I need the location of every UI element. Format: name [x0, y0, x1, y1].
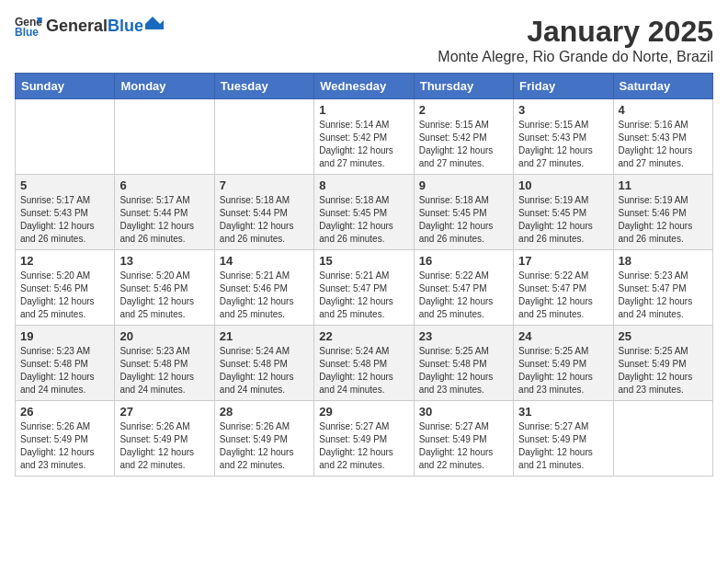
day-info: Sunrise: 5:17 AMSunset: 5:43 PMDaylight:… [20, 194, 109, 246]
calendar-empty-cell [16, 99, 115, 175]
calendar-day-16: 16Sunrise: 5:22 AMSunset: 5:47 PMDayligh… [414, 250, 513, 326]
calendar-day-3: 3Sunrise: 5:15 AMSunset: 5:43 PMDaylight… [514, 99, 613, 175]
day-info: Sunrise: 5:18 AMSunset: 5:45 PMDaylight:… [419, 194, 508, 246]
calendar-day-28: 28Sunrise: 5:26 AMSunset: 5:49 PMDayligh… [214, 401, 313, 477]
calendar-day-2: 2Sunrise: 5:15 AMSunset: 5:42 PMDaylight… [414, 99, 513, 175]
calendar-day-31: 31Sunrise: 5:27 AMSunset: 5:49 PMDayligh… [514, 401, 613, 477]
day-info: Sunrise: 5:27 AMSunset: 5:49 PMDaylight:… [319, 420, 408, 472]
day-number: 4 [619, 103, 708, 117]
logo-icon: General Blue [15, 15, 42, 37]
day-number: 27 [119, 405, 209, 419]
day-number: 29 [319, 405, 408, 419]
day-number: 13 [119, 254, 209, 268]
day-number: 30 [419, 405, 508, 419]
svg-text:Blue: Blue [15, 26, 39, 38]
day-info: Sunrise: 5:14 AMSunset: 5:42 PMDaylight:… [319, 119, 408, 170]
svg-marker-4 [145, 17, 164, 29]
calendar-table: SundayMondayTuesdayWednesdayThursdayFrid… [15, 73, 713, 477]
calendar-day-26: 26Sunrise: 5:26 AMSunset: 5:49 PMDayligh… [16, 401, 115, 477]
day-info: Sunrise: 5:23 AMSunset: 5:47 PMDaylight:… [619, 270, 708, 321]
day-number: 10 [518, 178, 608, 192]
calendar-day-21: 21Sunrise: 5:24 AMSunset: 5:48 PMDayligh… [214, 326, 313, 401]
calendar-empty-cell [613, 401, 712, 477]
calendar-day-23: 23Sunrise: 5:25 AMSunset: 5:48 PMDayligh… [414, 326, 513, 401]
calendar-day-20: 20Sunrise: 5:23 AMSunset: 5:48 PMDayligh… [115, 326, 214, 401]
calendar-day-17: 17Sunrise: 5:22 AMSunset: 5:47 PMDayligh… [514, 250, 613, 326]
day-number: 26 [20, 405, 109, 419]
calendar-day-29: 29Sunrise: 5:27 AMSunset: 5:49 PMDayligh… [314, 401, 414, 477]
logo-blue: Blue [108, 17, 143, 36]
day-info: Sunrise: 5:20 AMSunset: 5:46 PMDaylight:… [119, 270, 209, 321]
day-number: 25 [619, 329, 708, 343]
day-number: 23 [419, 329, 508, 343]
day-info: Sunrise: 5:25 AMSunset: 5:49 PMDaylight:… [518, 345, 608, 396]
day-info: Sunrise: 5:24 AMSunset: 5:48 PMDaylight:… [220, 345, 309, 396]
day-info: Sunrise: 5:26 AMSunset: 5:49 PMDaylight:… [119, 420, 209, 472]
calendar-day-1: 1Sunrise: 5:14 AMSunset: 5:42 PMDaylight… [314, 99, 414, 175]
day-info: Sunrise: 5:25 AMSunset: 5:48 PMDaylight:… [419, 345, 508, 396]
logo-wave-icon [145, 17, 164, 31]
calendar-week-3: 12Sunrise: 5:20 AMSunset: 5:46 PMDayligh… [16, 250, 713, 326]
day-info: Sunrise: 5:21 AMSunset: 5:46 PMDaylight:… [220, 270, 309, 321]
day-info: Sunrise: 5:21 AMSunset: 5:47 PMDaylight:… [319, 270, 408, 321]
calendar-day-30: 30Sunrise: 5:27 AMSunset: 5:49 PMDayligh… [414, 401, 513, 477]
calendar-day-7: 7Sunrise: 5:18 AMSunset: 5:44 PMDaylight… [214, 175, 313, 250]
day-number: 21 [220, 329, 309, 343]
logo-general: General [46, 17, 108, 36]
day-number: 16 [419, 254, 508, 268]
day-number: 20 [119, 329, 209, 343]
day-info: Sunrise: 5:27 AMSunset: 5:49 PMDaylight:… [518, 420, 608, 472]
calendar-day-13: 13Sunrise: 5:20 AMSunset: 5:46 PMDayligh… [115, 250, 214, 326]
day-info: Sunrise: 5:23 AMSunset: 5:48 PMDaylight:… [20, 345, 109, 396]
day-number: 24 [518, 329, 608, 343]
calendar-title: January 2025 [438, 15, 713, 49]
title-section: January 2025 Monte Alegre, Rio Grande do… [438, 15, 713, 65]
day-number: 3 [518, 103, 608, 117]
day-number: 28 [220, 405, 309, 419]
day-info: Sunrise: 5:19 AMSunset: 5:46 PMDaylight:… [619, 194, 708, 246]
calendar-week-5: 26Sunrise: 5:26 AMSunset: 5:49 PMDayligh… [16, 401, 713, 477]
calendar-day-5: 5Sunrise: 5:17 AMSunset: 5:43 PMDaylight… [16, 175, 115, 250]
day-info: Sunrise: 5:26 AMSunset: 5:49 PMDaylight:… [220, 420, 309, 472]
day-info: Sunrise: 5:15 AMSunset: 5:43 PMDaylight:… [518, 119, 608, 170]
calendar-day-15: 15Sunrise: 5:21 AMSunset: 5:47 PMDayligh… [314, 250, 414, 326]
calendar-day-4: 4Sunrise: 5:16 AMSunset: 5:43 PMDaylight… [613, 99, 712, 175]
calendar-week-1: 1Sunrise: 5:14 AMSunset: 5:42 PMDaylight… [16, 99, 713, 175]
calendar-empty-cell [115, 99, 214, 175]
weekday-header-wednesday: Wednesday [314, 74, 414, 99]
calendar-day-10: 10Sunrise: 5:19 AMSunset: 5:45 PMDayligh… [514, 175, 613, 250]
weekday-header-saturday: Saturday [613, 74, 712, 99]
weekday-header-sunday: Sunday [16, 74, 115, 99]
calendar-day-11: 11Sunrise: 5:19 AMSunset: 5:46 PMDayligh… [613, 175, 712, 250]
calendar-day-14: 14Sunrise: 5:21 AMSunset: 5:46 PMDayligh… [214, 250, 313, 326]
day-info: Sunrise: 5:24 AMSunset: 5:48 PMDaylight:… [319, 345, 408, 396]
weekday-header-friday: Friday [514, 74, 613, 99]
day-number: 22 [319, 329, 408, 343]
day-info: Sunrise: 5:15 AMSunset: 5:42 PMDaylight:… [419, 119, 508, 170]
day-number: 2 [419, 103, 508, 117]
day-number: 11 [619, 178, 708, 192]
day-number: 15 [319, 254, 408, 268]
day-info: Sunrise: 5:22 AMSunset: 5:47 PMDaylight:… [518, 270, 608, 321]
day-number: 9 [419, 178, 508, 192]
day-info: Sunrise: 5:22 AMSunset: 5:47 PMDaylight:… [419, 270, 508, 321]
calendar-day-25: 25Sunrise: 5:25 AMSunset: 5:49 PMDayligh… [613, 326, 712, 401]
page-header: General Blue General Blue January 2025 M… [15, 15, 713, 65]
calendar-day-27: 27Sunrise: 5:26 AMSunset: 5:49 PMDayligh… [115, 401, 214, 477]
calendar-day-22: 22Sunrise: 5:24 AMSunset: 5:48 PMDayligh… [314, 326, 414, 401]
weekday-header-monday: Monday [115, 74, 214, 99]
day-info: Sunrise: 5:16 AMSunset: 5:43 PMDaylight:… [619, 119, 708, 170]
calendar-empty-cell [214, 99, 313, 175]
day-info: Sunrise: 5:18 AMSunset: 5:45 PMDaylight:… [319, 194, 408, 246]
day-number: 17 [518, 254, 608, 268]
day-number: 1 [319, 103, 408, 117]
day-info: Sunrise: 5:25 AMSunset: 5:49 PMDaylight:… [619, 345, 708, 396]
day-number: 18 [619, 254, 708, 268]
day-info: Sunrise: 5:23 AMSunset: 5:48 PMDaylight:… [119, 345, 209, 396]
logo: General Blue General Blue [15, 15, 164, 37]
day-number: 7 [220, 178, 309, 192]
calendar-day-12: 12Sunrise: 5:20 AMSunset: 5:46 PMDayligh… [16, 250, 115, 326]
day-info: Sunrise: 5:19 AMSunset: 5:45 PMDaylight:… [518, 194, 608, 246]
day-number: 14 [220, 254, 309, 268]
calendar-day-19: 19Sunrise: 5:23 AMSunset: 5:48 PMDayligh… [16, 326, 115, 401]
